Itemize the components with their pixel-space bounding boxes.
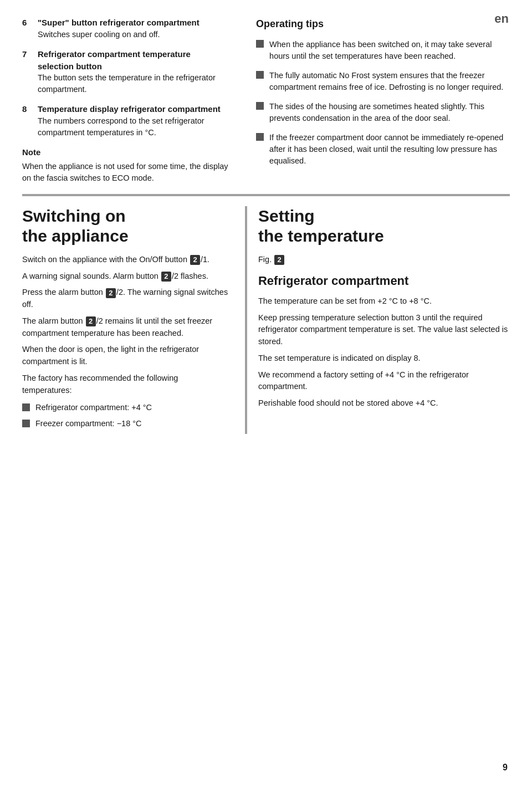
switch-para-5: When the door is open, the light in the … xyxy=(22,344,228,368)
op-tip-4: If the freezer compartment door cannot b… xyxy=(256,132,510,167)
item-7-title: Refrigerator compartment temperature sel… xyxy=(38,48,228,73)
setting-line2: the temperature xyxy=(258,227,384,245)
item-7-number: 7 xyxy=(22,48,38,96)
op-tip-1: When the appliance has been switched on,… xyxy=(256,39,510,62)
switching-on-line2: the appliance xyxy=(22,227,129,245)
op-tips-title: Operating tips xyxy=(256,17,510,31)
item-8-body: The numbers correspond to the set refrig… xyxy=(38,115,228,139)
top-section: 6 "Super" button refrigerator compartmen… xyxy=(22,17,510,184)
bullet-icon-3 xyxy=(256,102,264,110)
item-8: 8 Temperature display refrigerator compa… xyxy=(22,103,228,139)
op-tip-2: The fully automatic No Frost system ensu… xyxy=(256,70,510,93)
temp-bullet-icon-2 xyxy=(22,420,30,427)
item-7-content: Refrigerator compartment temperature sel… xyxy=(38,48,228,96)
btn-2-icon-4: 2 xyxy=(86,316,96,326)
op-tip-2-text: The fully automatic No Frost system ensu… xyxy=(269,70,510,93)
switch-para-6: The factory has recommended the followin… xyxy=(22,372,228,397)
temp-bullet-2: Freezer compartment: −18 °C xyxy=(22,418,228,430)
item-7-body: The button sets the temperature in the r… xyxy=(38,72,228,95)
setting-line1: Setting xyxy=(258,207,315,225)
bullet-icon-4 xyxy=(256,133,264,141)
fig-num-box: 2 xyxy=(274,255,284,265)
page: en 6 "Super" button refrigerator compart… xyxy=(0,0,532,787)
switching-on-line1: Switching on xyxy=(22,207,126,225)
btn-2-icon-2: 2 xyxy=(161,272,171,282)
btn-2-icon-1: 2 xyxy=(190,255,200,265)
switch-para-2: A warning signal sounds. Alarm button 2/… xyxy=(22,270,228,283)
op-tip-3: The sides of the housing are sometimes h… xyxy=(256,101,510,124)
switch-para-1: Switch on the appliance with the On/Off … xyxy=(22,254,228,266)
switch-para-4: The alarm button 2/2 remains lit until t… xyxy=(22,315,228,340)
bottom-left-col: Switching on the appliance Switch on the… xyxy=(22,206,245,435)
refrigerator-compartment-heading: Refrigerator compartment xyxy=(258,272,510,290)
op-tip-4-text: If the freezer compartment door cannot b… xyxy=(269,132,510,167)
bullet-icon-2 xyxy=(256,71,264,79)
temp-bullet-2-text: Freezer compartment: −18 °C xyxy=(35,418,142,430)
top-left-col: 6 "Super" button refrigerator compartmen… xyxy=(22,17,245,184)
note-section: Note When the appliance is not used for … xyxy=(22,146,228,184)
language-label: en xyxy=(494,10,509,28)
temp-bullet-icon-1 xyxy=(22,403,30,411)
bottom-right-col: Setting the temperature Fig. 2 Refrigera… xyxy=(245,206,510,435)
bottom-section: Switching on the appliance Switch on the… xyxy=(22,206,510,435)
horizontal-divider xyxy=(22,194,510,196)
setting-para-5: Perishable food should not be stored abo… xyxy=(258,397,510,410)
temp-bullet-1-text: Refrigerator compartment: +4 °C xyxy=(35,402,152,413)
item-6-body: Switches super cooling on and off. xyxy=(38,29,228,40)
item-6: 6 "Super" button refrigerator compartmen… xyxy=(22,17,228,40)
note-label: Note xyxy=(22,146,228,159)
top-right-col: Operating tips When the appliance has be… xyxy=(245,17,510,184)
temp-bullet-1: Refrigerator compartment: +4 °C xyxy=(22,402,228,413)
setting-para-3: The set temperature is indicated on disp… xyxy=(258,352,510,365)
item-7: 7 Refrigerator compartment temperature s… xyxy=(22,48,228,96)
item-6-content: "Super" button refrigerator compartment … xyxy=(38,17,228,40)
fig-label: Fig. 2 xyxy=(258,254,510,265)
item-8-content: Temperature display refrigerator compart… xyxy=(38,103,228,139)
switch-para-3: Press the alarm button 2/2. The warning … xyxy=(22,287,228,311)
op-tips-list: When the appliance has been switched on,… xyxy=(256,39,510,167)
op-tip-3-text: The sides of the housing are sometimes h… xyxy=(269,101,510,124)
setting-temp-heading: Setting the temperature xyxy=(258,206,510,246)
bullet-icon-1 xyxy=(256,40,264,48)
item-8-title: Temperature display refrigerator compart… xyxy=(38,103,228,115)
switching-on-heading: Switching on the appliance xyxy=(22,206,228,246)
item-6-number: 6 xyxy=(22,17,38,40)
item-6-title: "Super" button refrigerator compartment xyxy=(38,17,228,29)
setting-para-2: Keep pressing temperature selection butt… xyxy=(258,312,510,348)
setting-para-1: The temperature can be set from +2 °C to… xyxy=(258,295,510,308)
note-text: When the appliance is not used for some … xyxy=(22,161,228,184)
item-8-number: 8 xyxy=(22,103,38,139)
op-tip-1-text: When the appliance has been switched on,… xyxy=(269,39,510,62)
setting-para-4: We recommend a factory setting of +4 °C … xyxy=(258,369,510,394)
fig-text: Fig. xyxy=(258,255,272,264)
temperature-bullets: Refrigerator compartment: +4 °C Freezer … xyxy=(22,402,228,430)
page-number: 9 xyxy=(503,761,508,774)
btn-2-icon-3: 2 xyxy=(106,288,116,298)
